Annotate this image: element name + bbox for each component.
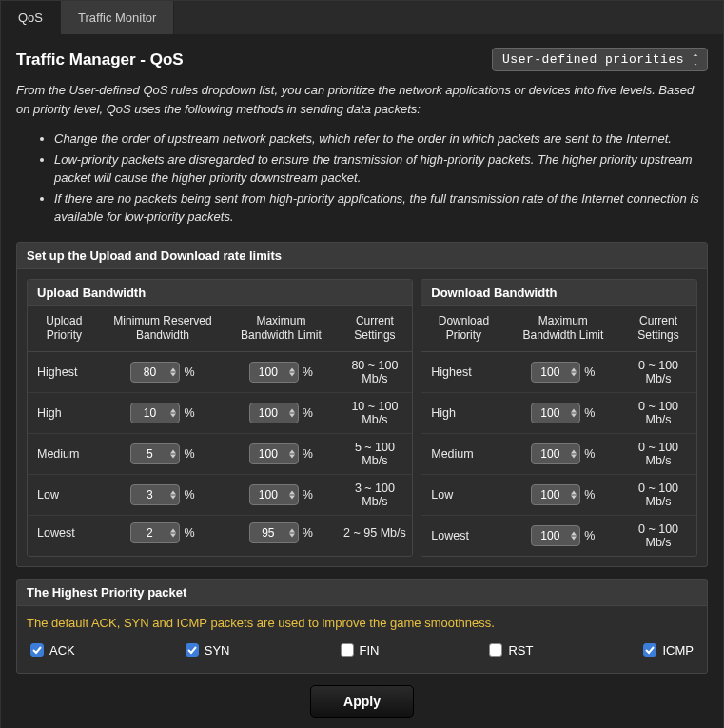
table-row: Medium%0 ~ 100 Mb/s xyxy=(421,433,696,474)
col-max-limit: Maximum Bandwidth Limit xyxy=(506,306,620,352)
percent-label: % xyxy=(184,447,194,461)
rate-limits-panel: Set up the Upload and Download rate limi… xyxy=(16,242,708,567)
stepper-arrows-icon[interactable] xyxy=(571,367,577,376)
percent-label: % xyxy=(303,526,313,540)
percent-label: % xyxy=(303,488,313,502)
checkbox-ack[interactable]: ACK xyxy=(30,643,75,658)
page-title: Traffic Manager - QoS xyxy=(16,50,184,69)
stepper-arrows-icon[interactable] xyxy=(571,531,577,540)
priority-label: Lowest xyxy=(28,515,101,550)
download-table: Download Priority Maximum Bandwidth Limi… xyxy=(421,306,696,556)
checkbox-icon[interactable] xyxy=(489,643,502,657)
stepper-arrows-icon[interactable] xyxy=(289,367,295,376)
table-row: High%%10 ~ 100 Mb/s xyxy=(28,392,412,433)
stepper-arrows-icon[interactable] xyxy=(289,449,295,458)
checkbox-icon[interactable] xyxy=(186,643,199,657)
checkbox-label: ICMP xyxy=(662,643,694,658)
table-row: Low%0 ~ 100 Mb/s xyxy=(421,474,696,515)
priority-label: High xyxy=(421,392,505,433)
table-row: Highest%%80 ~ 100 Mb/s xyxy=(28,351,412,392)
stepper-arrows-icon[interactable] xyxy=(289,528,295,537)
stepper-arrows-icon[interactable] xyxy=(571,408,577,417)
priority-label: Highest xyxy=(28,351,101,392)
percent-label: % xyxy=(184,365,194,379)
stepper-arrows-icon[interactable] xyxy=(571,449,577,458)
tab-bar: QoS Traffic Monitor xyxy=(1,1,723,34)
current-settings: 3 ~ 100 Mb/s xyxy=(338,474,413,515)
priority-label: Low xyxy=(421,474,505,515)
table-row: Low%%3 ~ 100 Mb/s xyxy=(28,474,412,515)
checkbox-icon[interactable] xyxy=(643,643,656,657)
current-settings: 10 ~ 100 Mb/s xyxy=(338,392,413,433)
table-row: Medium%%5 ~ 100 Mb/s xyxy=(28,433,412,474)
upload-title: Upload Bandwidth xyxy=(28,280,412,306)
tab-traffic-monitor[interactable]: Traffic Monitor xyxy=(61,1,174,34)
current-settings: 2 ~ 95 Mb/s xyxy=(338,515,413,550)
percent-label: % xyxy=(584,488,595,502)
tab-qos[interactable]: QoS xyxy=(1,1,61,34)
highest-priority-text: The default ACK, SYN and ICMP packets ar… xyxy=(27,616,697,630)
priority-label: Highest xyxy=(421,351,505,392)
intro-text: From the User-defined QoS rules dropdown… xyxy=(16,81,708,118)
percent-label: % xyxy=(303,365,313,379)
current-settings: 0 ~ 100 Mb/s xyxy=(620,433,696,474)
col-max-limit: Maximum Bandwidth Limit xyxy=(225,306,337,352)
stepper-arrows-icon[interactable] xyxy=(571,490,577,499)
col-current: Current Settings xyxy=(338,306,413,352)
upload-bandwidth-box: Upload Bandwidth Upload Priority Minimum… xyxy=(27,279,413,557)
stepper-arrows-icon[interactable] xyxy=(170,367,176,376)
checkbox-label: ACK xyxy=(49,643,75,658)
stepper-arrows-icon[interactable] xyxy=(170,528,176,537)
upload-table: Upload Priority Minimum Reserved Bandwid… xyxy=(28,306,412,550)
download-title: Download Bandwidth xyxy=(421,280,696,306)
checkbox-fin[interactable]: FIN xyxy=(341,643,380,658)
highest-priority-panel: The Highest Priority packet The default … xyxy=(16,579,708,674)
checkbox-icmp[interactable]: ICMP xyxy=(643,643,694,658)
checkbox-rst[interactable]: RST xyxy=(489,643,533,658)
current-settings: 0 ~ 100 Mb/s xyxy=(620,474,696,515)
table-row: Highest%0 ~ 100 Mb/s xyxy=(421,351,696,392)
percent-label: % xyxy=(584,447,595,461)
stepper-arrows-icon[interactable] xyxy=(289,490,295,499)
checkbox-syn[interactable]: SYN xyxy=(186,643,230,658)
stepper-arrows-icon[interactable] xyxy=(170,408,176,417)
table-row: Lowest%%2 ~ 95 Mb/s xyxy=(28,515,412,550)
apply-button[interactable]: Apply xyxy=(310,685,414,718)
checkbox-label: RST xyxy=(508,643,533,658)
percent-label: % xyxy=(303,406,313,420)
stepper-arrows-icon[interactable] xyxy=(289,408,295,417)
rate-limits-title: Set up the Upload and Download rate limi… xyxy=(17,243,707,269)
table-row: High%0 ~ 100 Mb/s xyxy=(421,392,696,433)
current-settings: 80 ~ 100 Mb/s xyxy=(338,351,413,392)
highest-priority-title: The Highest Priority packet xyxy=(17,580,707,606)
stepper-arrows-icon[interactable] xyxy=(170,490,176,499)
col-upload-priority: Upload Priority xyxy=(28,306,101,352)
col-current: Current Settings xyxy=(620,306,696,352)
priority-label: High xyxy=(28,392,101,433)
priority-label: Low xyxy=(28,474,101,515)
current-settings: 0 ~ 100 Mb/s xyxy=(620,515,696,556)
col-download-priority: Download Priority xyxy=(421,306,505,352)
current-settings: 0 ~ 100 Mb/s xyxy=(620,351,696,392)
priority-mode-dropdown[interactable]: User-defined priorities xyxy=(492,48,708,71)
download-bandwidth-box: Download Bandwidth Download Priority Max… xyxy=(421,279,697,557)
percent-label: % xyxy=(184,488,194,502)
checkbox-label: FIN xyxy=(360,643,380,658)
priority-label: Medium xyxy=(28,433,101,474)
table-row: Lowest%0 ~ 100 Mb/s xyxy=(421,515,696,556)
priority-label: Lowest xyxy=(421,515,505,556)
col-min-reserved: Minimum Reserved Bandwidth xyxy=(101,306,225,352)
checkbox-icon[interactable] xyxy=(30,643,44,657)
bullet-item: Low-priority packets are disregarded to … xyxy=(54,150,708,187)
bullet-item: Change the order of upstream network pac… xyxy=(54,129,708,148)
stepper-arrows-icon[interactable] xyxy=(170,449,176,458)
bullet-item: If there are no packets being sent from … xyxy=(54,189,708,226)
current-settings: 5 ~ 100 Mb/s xyxy=(338,433,413,474)
intro-bullets: Change the order of upstream network pac… xyxy=(16,129,708,226)
percent-label: % xyxy=(184,406,194,420)
checkbox-icon[interactable] xyxy=(341,643,354,657)
percent-label: % xyxy=(584,365,595,379)
percent-label: % xyxy=(184,526,194,540)
percent-label: % xyxy=(584,529,595,542)
checkbox-label: SYN xyxy=(205,643,230,658)
